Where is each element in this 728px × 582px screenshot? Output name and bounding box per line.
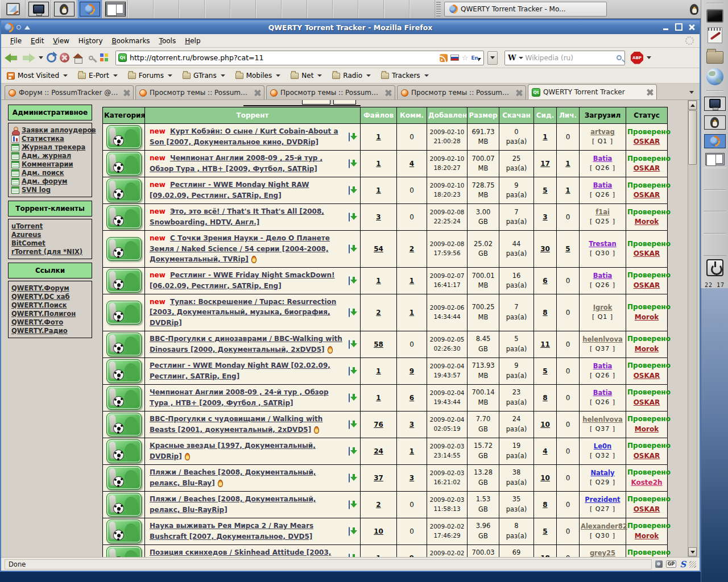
back-button[interactable] bbox=[5, 53, 18, 63]
files-count-link[interactable]: 10 bbox=[374, 527, 383, 535]
history-dropdown-icon[interactable] bbox=[39, 56, 43, 59]
adblock-dropdown-icon[interactable] bbox=[647, 56, 651, 59]
tab-close-icon[interactable] bbox=[253, 89, 260, 97]
maximize-button[interactable] bbox=[675, 23, 683, 31]
stop-button[interactable] bbox=[60, 53, 69, 63]
comments-count-link[interactable]: 9 bbox=[410, 554, 414, 557]
status-moderator-link[interactable]: OSKAR bbox=[634, 505, 660, 513]
comments-count-link[interactable]: 1 bbox=[410, 309, 414, 317]
logout-button[interactable] bbox=[706, 259, 723, 276]
status-moderator-link[interactable]: Morok bbox=[635, 345, 659, 353]
panel-pager[interactable] bbox=[705, 153, 725, 165]
search-engine-dropdown-icon[interactable] bbox=[519, 57, 523, 59]
status-moderator-link[interactable]: OSKAR bbox=[634, 398, 660, 406]
taskbar-pager[interactable] bbox=[102, 0, 128, 18]
files-count-link[interactable]: 1 bbox=[376, 554, 380, 557]
status-moderator-link[interactable]: Morok bbox=[635, 313, 659, 321]
seeders-count-link[interactable]: 11 bbox=[540, 340, 550, 348]
home-button[interactable] bbox=[73, 53, 83, 63]
keep-above-icon[interactable] bbox=[24, 26, 30, 30]
key-icon[interactable] bbox=[89, 56, 93, 60]
menu-history[interactable]: History bbox=[74, 35, 107, 47]
menu-bookmarks[interactable]: Bookmarks bbox=[107, 35, 155, 47]
russian-flag-icon[interactable] bbox=[450, 55, 459, 61]
category-icon[interactable] bbox=[106, 519, 142, 543]
torrent-title-link[interactable]: Пляжи / Beaches [2008, Документальный, р… bbox=[150, 468, 316, 487]
tab-close-icon[interactable] bbox=[384, 89, 391, 97]
sidebar-link[interactable]: QWERTY.Фото bbox=[11, 318, 63, 326]
uploader-link[interactable]: Batia bbox=[593, 181, 613, 189]
uploader-link[interactable]: helenlvova bbox=[582, 335, 623, 343]
category-icon[interactable] bbox=[106, 546, 142, 557]
status-moderator-link[interactable]: Koste2h bbox=[631, 479, 662, 487]
category-icon[interactable] bbox=[106, 439, 142, 463]
category-cell[interactable] bbox=[103, 177, 145, 204]
category-cell[interactable] bbox=[103, 491, 145, 518]
taskbar-handle[interactable] bbox=[436, 2, 441, 16]
category-cell[interactable] bbox=[103, 357, 145, 384]
category-cell[interactable] bbox=[103, 204, 145, 231]
uploader-link[interactable]: Batia bbox=[593, 389, 613, 397]
category-cell[interactable] bbox=[103, 231, 145, 268]
sidebar-link[interactable]: Статистика bbox=[22, 135, 64, 143]
s-badge[interactable]: S bbox=[680, 559, 686, 569]
status-moderator-link[interactable]: OSKAR bbox=[634, 452, 660, 460]
category-icon[interactable] bbox=[106, 359, 142, 383]
seeders-count-link[interactable]: 10 bbox=[540, 421, 550, 429]
browser-launcher[interactable] bbox=[706, 68, 723, 85]
category-cell[interactable] bbox=[103, 438, 145, 464]
sidebar-link[interactable]: QWERTY.Поиск bbox=[11, 301, 67, 309]
status-moderator-link[interactable]: Morok bbox=[635, 532, 659, 540]
bookmark-gtrans[interactable]: GTrans bbox=[183, 72, 225, 80]
comments-count-link[interactable]: 4 bbox=[410, 160, 414, 168]
menu-file[interactable]: File bbox=[6, 35, 26, 47]
uploader-link[interactable]: Trestan bbox=[589, 240, 616, 248]
column-header-[interactable]: Добавлен bbox=[427, 107, 468, 124]
torrent-title-link[interactable]: BBC-Прогулки с динозаврами / BBC-Walking… bbox=[150, 335, 342, 354]
panel-task-firefox[interactable] bbox=[704, 134, 726, 148]
column-header-[interactable]: Торрент bbox=[145, 107, 361, 124]
menu-view[interactable]: View bbox=[48, 35, 73, 47]
sidebar-link[interactable]: Журнал трекера bbox=[22, 143, 85, 151]
torrent-title-link[interactable]: Рестлинг - WWE Friday Night SmackDown! [… bbox=[150, 271, 335, 290]
files-count-link[interactable]: 1 bbox=[376, 394, 380, 402]
tab-close-icon[interactable] bbox=[122, 89, 130, 97]
category-icon[interactable] bbox=[106, 386, 142, 410]
category-icon[interactable] bbox=[106, 125, 142, 149]
sidebar-link[interactable]: SVN log bbox=[22, 186, 51, 194]
files-count-link[interactable]: 2 bbox=[376, 309, 380, 317]
taskbar-firefox[interactable] bbox=[77, 0, 102, 18]
desktop-launcher[interactable] bbox=[0, 0, 26, 18]
seeders-count-link[interactable]: 6 bbox=[543, 277, 547, 285]
torrent-title-link[interactable]: Чемпионат Англии 2008-09 , 24-й тур , Об… bbox=[150, 388, 329, 407]
torrent-title-link[interactable]: Тупак: Воскрешение / Tupac: Resurrection… bbox=[150, 298, 336, 327]
column-header-[interactable]: Файлов bbox=[361, 107, 397, 124]
seeders-count-link[interactable]: 18 bbox=[540, 554, 550, 557]
uploader-link[interactable]: Prezident bbox=[585, 496, 620, 504]
panel-task-monitor[interactable] bbox=[704, 97, 726, 111]
files-count-link[interactable]: 3 bbox=[376, 213, 380, 221]
seeders-count-link[interactable]: 3 bbox=[543, 213, 547, 221]
files-count-link[interactable]: 1 bbox=[376, 367, 380, 375]
sidebar-link[interactable]: Адм. поиск bbox=[22, 169, 64, 177]
bookmark-trackers[interactable]: Trackers bbox=[381, 72, 429, 80]
uploader-link[interactable]: Batia bbox=[593, 272, 613, 280]
window-task-button[interactable]: QWERTY Torrent Tracker - Mo... bbox=[444, 2, 607, 16]
filemanager-launcher[interactable] bbox=[706, 48, 723, 64]
torrent-title-link[interactable]: Красные звезды [1997, Документальный, DV… bbox=[150, 442, 316, 460]
uploader-link[interactable]: grey25 bbox=[590, 549, 615, 557]
gp-badge[interactable]: GP bbox=[666, 560, 676, 568]
resize-grip[interactable] bbox=[689, 561, 696, 568]
category-icon[interactable] bbox=[106, 332, 142, 356]
category-icon[interactable] bbox=[106, 413, 142, 436]
status-moderator-link[interactable]: OSKAR bbox=[634, 138, 660, 146]
minimize-button[interactable] bbox=[661, 23, 670, 31]
sidebar-link[interactable]: Комментарии bbox=[22, 160, 73, 168]
torrent-title-link[interactable]: Чемпионат Англии 2008-09 , 25-й тур , Об… bbox=[150, 154, 322, 173]
comments-count-link[interactable]: 2 bbox=[410, 245, 414, 253]
sidebar-link[interactable]: Адм. журнал bbox=[22, 152, 71, 160]
plugin-icon[interactable] bbox=[655, 560, 663, 568]
search-bar[interactable]: W Wikipedia (ru) bbox=[504, 51, 625, 65]
taskbar-monitor[interactable] bbox=[26, 0, 51, 18]
search-engine-icon[interactable]: W bbox=[508, 53, 516, 62]
